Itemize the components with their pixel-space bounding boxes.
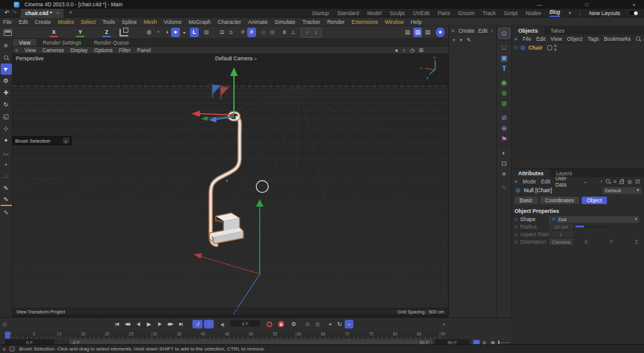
timeline-expand-icon[interactable]: ↗ <box>440 322 447 327</box>
prev-frame-button[interactable]: ◀| <box>133 320 143 329</box>
create-dropdown-icon[interactable]: ▾ <box>460 38 462 43</box>
deformer-button[interactable]: ⊘ <box>498 112 511 123</box>
shading-sphere-icon[interactable]: ● <box>395 47 398 53</box>
tab-render-queue[interactable]: Render Queue <box>87 39 135 46</box>
timeline-ruler[interactable]: 051015202530354045505560657075808590 <box>5 332 445 339</box>
spline-smooth-tool[interactable]: ∿ <box>1 206 12 218</box>
shading-sphere-5-icon[interactable]: ◒ <box>180 28 189 37</box>
ring-tool-2-icon[interactable]: ◎ <box>268 28 277 37</box>
shading-sphere-active-icon[interactable]: ● <box>171 28 180 37</box>
commander-search-icon[interactable] <box>1 52 12 63</box>
menu-animate[interactable]: Animate <box>248 19 267 25</box>
swap-views-icon[interactable]: ↕ <box>402 47 405 53</box>
layout-tab-groom[interactable]: Groom <box>458 10 474 16</box>
snap-cursor-tool[interactable]: ⊹ <box>1 122 12 134</box>
create-add-icon[interactable]: + <box>452 37 455 43</box>
record-param-button[interactable]: ↻ <box>335 320 344 329</box>
radius-slider[interactable] <box>575 226 609 227</box>
aspect-ratio-field[interactable]: 1 <box>549 231 573 237</box>
record-button[interactable] <box>267 320 272 329</box>
close-button[interactable]: × <box>628 2 640 8</box>
lock-x-axis-button[interactable]: X <box>50 28 58 37</box>
guide-tool-1-icon[interactable]: ⋔ <box>280 28 289 37</box>
new-layouts-button[interactable]: New Layouts <box>589 10 620 16</box>
document-tab-close-icon[interactable]: × <box>57 11 59 15</box>
shading-sphere-1-icon[interactable]: ◍ <box>145 28 153 37</box>
menu-character[interactable]: Character <box>218 19 241 25</box>
status-menu-icon[interactable]: ≡ <box>3 346 6 352</box>
loop-mode-button[interactable]: ↺ <box>192 320 203 329</box>
playhead[interactable] <box>5 332 10 339</box>
preset-dropdown[interactable]: Default ▾ <box>602 187 641 194</box>
attr-menu-mode[interactable]: Mode <box>523 178 536 185</box>
maximize-button[interactable]: □ <box>580 2 593 8</box>
attr-forward-icon[interactable]: → <box>592 178 597 185</box>
record-position-button[interactable]: ⊙ <box>303 320 312 329</box>
move-tool[interactable]: ✚ <box>1 87 12 99</box>
sky-environment-button[interactable]: ◐ <box>498 148 511 158</box>
live-selection-tool[interactable]: ➤ <box>1 63 12 75</box>
text-object-button[interactable]: T <box>498 63 511 74</box>
cloner-button[interactable]: ⊛ <box>498 88 511 99</box>
tab-takes[interactable]: Takes <box>544 26 570 35</box>
scale-tool[interactable]: ◱ <box>1 111 12 122</box>
minimize-button[interactable]: — <box>533 2 546 8</box>
record-point-button[interactable]: ⌖ <box>326 320 335 329</box>
vmenu-display[interactable]: Display <box>70 47 88 53</box>
projection-label[interactable]: Perspective <box>16 55 43 62</box>
om-menu-bookmarks[interactable]: Bookmarks <box>604 36 631 42</box>
keyframe-ramp-button[interactable]: ∴ <box>204 320 214 329</box>
menu-tools[interactable]: Tools <box>103 19 115 25</box>
next-key-button[interactable]: ◆▶ <box>165 320 175 329</box>
camera-object-button[interactable]: ⊡ <box>498 158 511 169</box>
menu-mograph[interactable]: MoGraph <box>189 19 211 25</box>
orientation-z-button[interactable]: Z <box>635 239 638 245</box>
tab-attributes[interactable]: Attributes <box>512 169 550 177</box>
keyframe-settings-button[interactable]: ⚙ <box>289 320 298 329</box>
next-frame-button[interactable]: |▶ <box>155 320 164 329</box>
orientation-camera-button[interactable]: Camera <box>549 239 573 245</box>
layout-tab-model[interactable]: Model <box>367 10 382 16</box>
vmenu-view[interactable]: View <box>25 47 36 53</box>
play-button[interactable]: ▶ <box>144 320 153 329</box>
workplane-icon[interactable]: ▦ <box>202 28 211 37</box>
attr-back-icon[interactable]: ← <box>583 178 589 185</box>
material-button[interactable]: ✎ <box>498 183 511 193</box>
om-search-icon[interactable] <box>636 36 640 41</box>
tab-objects[interactable]: Objects <box>512 26 544 35</box>
section-tab-basic[interactable]: Basic <box>514 197 538 204</box>
om-menu-edit[interactable]: Edit <box>536 36 546 42</box>
subdivision-surface-button[interactable]: ◉ <box>498 77 511 88</box>
viewport-canvas[interactable]: Y X Z Perspective Default Camera ▹ Brush… <box>13 53 448 315</box>
menu-tracker[interactable]: Tracker <box>303 19 321 25</box>
render-settings-icon[interactable]: ▤ <box>423 28 432 37</box>
coordinate-system-icon[interactable] <box>119 29 128 36</box>
om-menu-file[interactable]: File <box>523 36 531 42</box>
menu-mesh[interactable]: Mesh <box>144 19 157 25</box>
object-tree-row[interactable]: ⊞ ⊙ Chair <box>512 43 644 52</box>
menu-simulate[interactable]: Simulate <box>275 19 296 25</box>
fill-selection-tool[interactable]: ▪ <box>1 158 12 170</box>
field-flag-button[interactable]: ⚑ <box>498 134 511 144</box>
attr-filter-icon[interactable]: ≡ <box>613 178 616 185</box>
layout-tab-track[interactable]: Track <box>482 10 496 16</box>
om-menu-view[interactable]: View <box>550 36 562 42</box>
create-pen-icon[interactable]: ✎ <box>467 37 472 43</box>
vmenu-cameras[interactable]: Cameras <box>42 47 64 53</box>
orientation-x-button[interactable]: X <box>584 239 588 245</box>
shading-sphere-2-icon[interactable]: ◔ <box>153 28 162 37</box>
redo-icon[interactable]: ↷ <box>13 10 18 16</box>
attr-menu-edit[interactable]: Edit <box>541 178 550 185</box>
create-menu[interactable]: Create <box>458 28 475 34</box>
goto-start-button[interactable]: |◀ <box>112 320 121 329</box>
spline-primitive-button[interactable]: □ <box>498 42 511 53</box>
grid-snap-active-icon[interactable]: # <box>247 28 256 37</box>
section-tab-object[interactable]: Object <box>582 197 608 204</box>
object-state-icon[interactable] <box>547 45 552 50</box>
prev-key-button[interactable]: ◀◆ <box>123 320 132 329</box>
layout-tab-paint[interactable]: Paint <box>438 10 450 16</box>
toggle-panel-icon[interactable]: ⊞ <box>419 47 423 53</box>
snap-magnet-small-icon[interactable]: Ω <box>226 28 235 37</box>
orientation-y-button[interactable]: Y <box>609 239 613 245</box>
menu-modes[interactable]: Modes <box>58 19 74 25</box>
